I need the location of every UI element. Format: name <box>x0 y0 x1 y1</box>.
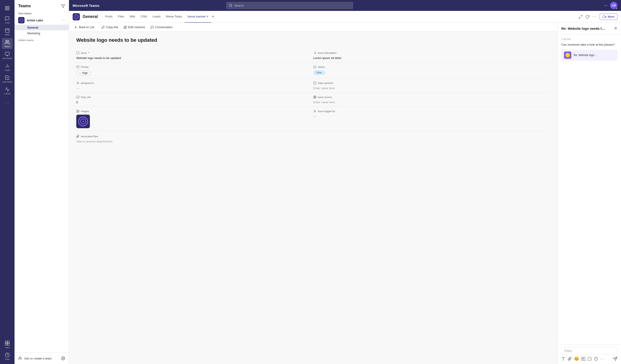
hidden-teams-label: Hidden teams <box>15 36 69 42</box>
filter-icon[interactable] <box>61 4 65 8</box>
tab-wiki[interactable]: Wiki <box>127 11 138 23</box>
tab-posts[interactable]: Posts <box>102 11 115 23</box>
channel-more-icon[interactable]: ··· <box>592 14 597 19</box>
issue-field-block: Issue * Website logo needs to be updated <box>76 49 313 63</box>
sidebar-item-apps[interactable]: Apps <box>2 339 13 350</box>
logged-by-icon <box>313 110 316 113</box>
tab-files[interactable]: Files <box>115 11 127 23</box>
tab-meow-tasks[interactable]: Meow Tasks <box>163 11 185 23</box>
back-bar: Back to List Copy link <box>69 23 557 32</box>
svg-marker-36 <box>605 16 606 17</box>
activity-label: Activity <box>4 93 11 95</box>
copy-link-button[interactable]: Copy link <box>102 25 118 29</box>
send-button[interactable] <box>613 357 617 361</box>
svg-point-60 <box>314 110 315 111</box>
issue-logged-by-value: — <box>313 115 550 118</box>
edit-columns-button[interactable]: Edit columns <box>124 25 145 29</box>
sidebar-item-more[interactable]: ··· <box>2 97 13 108</box>
date-reported-field-block: Date reported Enter value here <box>313 79 550 93</box>
issue-panel: Back to List Copy link <box>69 23 557 364</box>
tab-issue-tracker[interactable]: Issue tracker ▾ <box>185 11 211 23</box>
sidebar-item-activity[interactable]: Activity <box>2 85 13 96</box>
team-name: Aristo Labs <box>27 19 62 22</box>
channel-item-general[interactable]: General <box>15 25 69 30</box>
attach-file-icon[interactable] <box>568 357 572 361</box>
reply-more-icon[interactable]: ··· <box>600 357 604 361</box>
search-input[interactable] <box>234 4 350 7</box>
channel-item-marketing[interactable]: Marketing <box>15 30 69 36</box>
svg-rect-51 <box>76 96 79 98</box>
meet-button[interactable]: Meet <box>600 14 617 20</box>
sidebar-header: Teams <box>15 0 69 10</box>
priority-field-label: Priority <box>76 65 313 69</box>
sidebar-item-shifts[interactable]: Shifts <box>2 26 13 37</box>
team-logo <box>18 17 24 23</box>
date-reported-value[interactable]: Enter value here <box>313 87 550 90</box>
issue-field-label: Issue * <box>76 51 313 54</box>
add-tab-button[interactable]: + <box>212 14 214 19</box>
settings-icon[interactable] <box>61 356 65 360</box>
svg-marker-21 <box>62 4 65 8</box>
days-old-field-block: Days old 0 <box>76 93 313 107</box>
refresh-icon[interactable] <box>585 15 589 19</box>
priority-value: High <box>82 71 88 75</box>
sidebar-item-leads[interactable]: Leads <box>2 62 13 73</box>
back-to-list-button[interactable]: Back to List <box>74 25 94 29</box>
priority-field-block: Priority ↑ High <box>76 63 313 79</box>
svg-rect-39 <box>77 52 79 54</box>
associated-files-label: Associated files <box>76 135 550 138</box>
status-field-label: Status <box>313 65 550 69</box>
icon-rail: Chat Shifts Teams App Studio Leads Task … <box>0 0 15 364</box>
reply-card[interactable]: 🟡 Re: Website logo ... <box>561 50 617 61</box>
days-old-label: Days old <box>76 96 313 99</box>
sidebar-title: Teams <box>18 4 31 8</box>
sidebar: Teams Your teams Aristo Labs ··· General… <box>15 0 69 364</box>
emoji-icon[interactable]: 😊 <box>574 356 579 361</box>
sticker-icon[interactable] <box>588 357 592 361</box>
conversation-button[interactable]: Conversation <box>151 25 172 29</box>
sidebar-item-help[interactable]: Help <box>2 351 13 362</box>
image-thumbnail[interactable] <box>76 115 90 128</box>
svg-rect-18 <box>7 343 9 345</box>
date-reported-label: Date reported <box>313 82 550 85</box>
add-attachment-button[interactable]: Add or remove attachments <box>76 140 550 143</box>
search-bar[interactable] <box>226 2 353 9</box>
schedule-icon[interactable] <box>594 357 598 361</box>
grid-icon[interactable] <box>2 3 13 14</box>
sidebar-item-teams[interactable]: Teams <box>2 38 13 49</box>
team-more-button[interactable]: ··· <box>62 18 65 22</box>
sidebar-item-task-meow[interactable]: Task Meow <box>2 73 13 85</box>
format-text-icon[interactable] <box>561 357 565 361</box>
date-icon <box>313 82 316 85</box>
team-item-aristo[interactable]: Aristo Labs ··· <box>15 16 69 25</box>
sidebar-item-chat[interactable]: Chat <box>2 15 13 25</box>
conversation-icon <box>151 26 154 29</box>
attachment-icon <box>76 135 79 138</box>
close-conversation-button[interactable]: ✕ <box>614 26 617 31</box>
join-icon <box>18 356 22 360</box>
status-badge[interactable]: New <box>313 70 325 75</box>
sidebar-item-app-studio[interactable]: App Studio <box>2 50 13 61</box>
svg-line-30 <box>231 6 232 7</box>
search-icon <box>229 4 232 7</box>
reply-input[interactable]: Reply <box>561 347 617 354</box>
tab-cnn[interactable]: CNN <box>138 11 150 23</box>
issue-source-value[interactable]: Enter value here <box>313 101 550 104</box>
channel-header-right: ··· Meet <box>579 14 617 20</box>
expand-icon[interactable] <box>579 15 583 19</box>
svg-point-56 <box>77 110 78 111</box>
back-actions: Copy link Edit columns Conversation <box>102 25 172 29</box>
avatar[interactable]: LM <box>610 2 617 9</box>
assigned-to-field-block: Assigned to — <box>76 79 313 93</box>
gif-icon[interactable] <box>581 357 585 361</box>
svg-line-34 <box>581 15 582 16</box>
status-field-block: Status New <box>313 63 550 79</box>
tab-leads[interactable]: Leads <box>150 11 163 23</box>
app-title: Microsoft Teams <box>73 4 99 7</box>
channel-header: General Posts Files Wiki CNN Leads Meow … <box>69 11 621 23</box>
more-options-icon[interactable]: ··· <box>604 3 607 8</box>
join-create-team[interactable]: Join or create a team <box>15 352 69 364</box>
svg-rect-9 <box>5 52 9 55</box>
priority-badge[interactable]: ↑ High <box>76 70 91 76</box>
images-label: Images <box>76 110 313 113</box>
